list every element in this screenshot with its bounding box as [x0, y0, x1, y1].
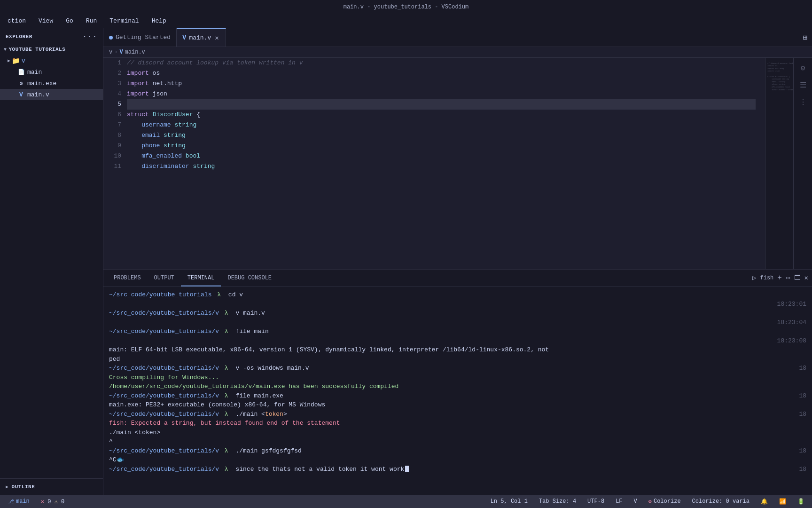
- title-text: main.v - youtube_tutorials - VSCodium: [344, 4, 468, 10]
- panel-tab-right: ▷ fish + ⋯ 🗖 ✕: [752, 273, 808, 283]
- editor-area: Getting Started V main.v ✕ ⊞ v › V main.…: [103, 28, 812, 495]
- status-bar: ⎇ main ✕ 0 ⚠ 0 Ln 5, Col 1 Tab Size: 4 U…: [0, 495, 812, 508]
- code-line-8: email string: [127, 130, 756, 141]
- terminal-prompt: ~/src_code/youtube_tutorials/v λ ./main …: [109, 446, 302, 456]
- term-cmd: file main: [235, 328, 268, 335]
- code-editor[interactable]: 1 2 3 4 5 6 7 8 9 10 11 // discord accou…: [103, 58, 765, 269]
- line-ending[interactable]: LF: [613, 497, 625, 506]
- file-name: v: [22, 57, 25, 64]
- term-path: ~/src_code/youtube_tutorials/v: [109, 447, 219, 454]
- git-branch[interactable]: ⎇ main: [5, 497, 32, 506]
- tab-size[interactable]: Tab Size: 4: [536, 497, 579, 506]
- sidebar-header: EXPLORER ···: [0, 28, 103, 45]
- encoding[interactable]: UTF-8: [585, 497, 607, 506]
- terminal-content[interactable]: ~/src_code/youtube_tutorials λ cd v 18:2…: [103, 286, 812, 495]
- line-number: 6: [103, 110, 121, 120]
- terminal-line: ~/src_code/youtube_tutorials/v λ file ma…: [109, 391, 806, 401]
- term-cmd: v -os windows main.v: [235, 365, 309, 372]
- file-name: main.v: [27, 91, 49, 98]
- code-line-4: import json: [127, 89, 756, 99]
- v-file-icon: V: [17, 90, 25, 99]
- terminal-time: 18:23:08: [109, 336, 806, 346]
- wifi-icon[interactable]: 📶: [776, 497, 789, 506]
- menu-go[interactable]: Go: [63, 16, 76, 25]
- term-path: ~/src_code/youtube_tutorials: [109, 291, 211, 298]
- tab-close-icon[interactable]: ✕: [214, 33, 219, 43]
- warning-icon: ⚠: [55, 499, 61, 505]
- terminal-time: 18: [799, 410, 806, 419]
- terminal-time: 18: [799, 465, 806, 474]
- file-item-v[interactable]: ▶ 📁 v: [0, 55, 103, 66]
- terminal-output-error: fish: Expected a string, but instead fou…: [109, 419, 806, 428]
- menu-run[interactable]: Run: [83, 16, 100, 25]
- terminal-output: main.exe: PE32+ executable (console) x86…: [109, 400, 806, 410]
- colorize-button[interactable]: ⊘ Colorize: [646, 497, 684, 506]
- tabs-bar: Getting Started V main.v ✕ ⊞: [103, 28, 812, 47]
- minimap: // discord account lookupimport osimport…: [765, 58, 793, 269]
- split-editor-icon[interactable]: ⊞: [803, 33, 807, 42]
- menu-terminal[interactable]: Terminal: [107, 16, 141, 25]
- term-lambda: λ: [225, 328, 232, 335]
- terminal-prompt: ~/src_code/youtube_tutorials/v λ v main.…: [109, 309, 265, 318]
- colorize-label: Colorize: [654, 498, 681, 505]
- file-item-main-exe[interactable]: ⚙ main.exe: [0, 78, 103, 89]
- code-line-9: phone string: [127, 141, 756, 151]
- terminal-shell-label: fish: [760, 275, 774, 281]
- terminal-output-success: Cross compiling for Windows...: [109, 373, 806, 382]
- line-number: 9: [103, 141, 121, 151]
- file-item-main[interactable]: 📄 main: [0, 66, 103, 78]
- battery-icon[interactable]: 🔋: [795, 497, 807, 506]
- tab-label: main.v: [189, 34, 211, 41]
- term-lambda: λ: [225, 466, 232, 473]
- tab-getting-started[interactable]: Getting Started: [103, 28, 177, 47]
- panel-tabs: PROBLEMS OUTPUT TERMINAL DEBUG CONSOLE ▷…: [103, 270, 812, 286]
- outline-toggle-icon[interactable]: ⋮: [797, 95, 809, 109]
- terminal-line: ~/src_code/youtube_tutorials/v λ v -os w…: [109, 364, 806, 373]
- maximize-panel-icon[interactable]: 🗖: [794, 274, 801, 282]
- code-content[interactable]: // discord account lookup via token writ…: [127, 58, 765, 269]
- menu-view[interactable]: View: [36, 16, 56, 25]
- branch-name: main: [16, 498, 30, 505]
- tab-output[interactable]: OUTPUT: [148, 270, 181, 286]
- term-path: ~/src_code/youtube_tutorials/v: [109, 411, 219, 418]
- branch-icon: ⎇: [8, 498, 14, 505]
- status-errors[interactable]: ✕ 0 ⚠ 0: [38, 497, 67, 506]
- error-count: 0: [47, 499, 51, 505]
- tab-debug-console[interactable]: DEBUG CONSOLE: [221, 270, 278, 286]
- project-title-label: YOUTUBE_TUTORIALS: [9, 47, 66, 52]
- minimap-content: // discord account lookupimport osimport…: [765, 58, 793, 96]
- tab-main-v[interactable]: V main.v ✕: [177, 28, 226, 47]
- terminal-output: main: ELF 64-bit LSB executable, x86-64,…: [109, 345, 806, 355]
- outline-label: OUTLINE: [12, 484, 35, 490]
- term-lambda: λ: [217, 291, 225, 298]
- language[interactable]: V: [631, 497, 640, 506]
- terminal-prompt: ~/src_code/youtube_tutorials/v λ file ma…: [109, 327, 269, 336]
- terminal-time: 18: [799, 446, 806, 456]
- settings-icon[interactable]: ⚙: [799, 62, 807, 75]
- colorize-x-icon: ⊘: [648, 498, 652, 505]
- line-number: 11: [103, 161, 121, 172]
- references-icon[interactable]: ☰: [798, 79, 808, 92]
- add-terminal-icon[interactable]: +: [777, 274, 782, 282]
- tab-problems[interactable]: PROBLEMS: [107, 270, 148, 286]
- menu-action[interactable]: ction: [5, 16, 29, 25]
- code-line-2: import os: [127, 68, 756, 79]
- cursor-position[interactable]: Ln 5, Col 1: [488, 497, 531, 506]
- terminal-output-success: /home/user/src_code/youtube_tutorials/v/…: [109, 382, 806, 391]
- close-panel-icon[interactable]: ✕: [804, 274, 808, 282]
- tab-terminal[interactable]: TERMINAL: [181, 270, 221, 286]
- sidebar-dots[interactable]: ···: [82, 32, 97, 41]
- file-icon: 📄: [17, 68, 25, 76]
- colorize-vars[interactable]: Colorize: 0 varia: [689, 497, 752, 506]
- menu-bar: ction View Go Run Terminal Help: [0, 14, 812, 28]
- line-number: 10: [103, 151, 121, 161]
- more-options-icon[interactable]: ⋯: [786, 273, 790, 283]
- file-item-main-v[interactable]: V main.v: [0, 89, 103, 100]
- terminal-shell-arrow-icon: ▷: [752, 274, 756, 282]
- terminal-prompt: ~/src_code/youtube_tutorials/v λ v -os w…: [109, 364, 309, 373]
- panel-area: PROBLEMS OUTPUT TERMINAL DEBUG CONSOLE ▷…: [103, 269, 812, 495]
- menu-help[interactable]: Help: [149, 16, 169, 25]
- notification-icon[interactable]: 🔔: [758, 497, 771, 506]
- terminal-prompt: ~/src_code/youtube_tutorials/v λ ./main …: [109, 410, 287, 419]
- terminal-output: ./main <token>: [109, 428, 806, 437]
